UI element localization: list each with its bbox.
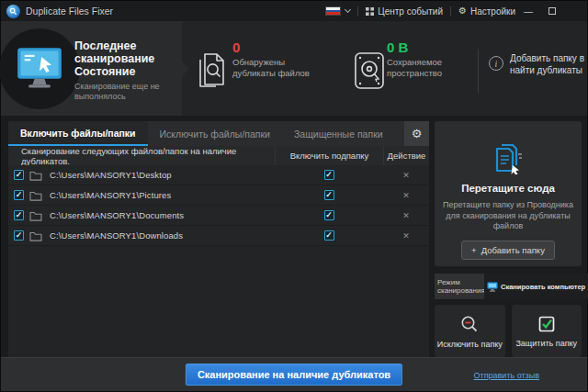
titlebar: Duplicate Files Fixer Центр событий ⚙ На… bbox=[1, 1, 587, 21]
folder-icon bbox=[29, 210, 42, 221]
folder-path: C:\Users\MANSORY1\Documents bbox=[50, 210, 275, 220]
tab-protected-folders[interactable]: Защищенные папки bbox=[282, 121, 395, 146]
remove-folder-button[interactable]: ✕ bbox=[402, 231, 410, 241]
tab-bar: Включить файлы/папки Исключить файлы/пап… bbox=[8, 121, 429, 146]
table-row: ✓ C:\Users\MANSORY1\Pictures ✓ ✕ bbox=[8, 185, 429, 206]
computer-icon bbox=[487, 282, 498, 292]
events-grid-icon bbox=[366, 7, 374, 16]
remove-folder-button[interactable]: ✕ bbox=[402, 171, 410, 180]
include-folder-checkbox[interactable]: ✓ bbox=[14, 190, 24, 200]
main-area: Включить файлы/папки Исключить файлы/пап… bbox=[1, 118, 587, 359]
saved-space-value: 0 В bbox=[387, 39, 471, 55]
add-folder-hint: i Добавить папку в найти дубликаты bbox=[489, 52, 588, 76]
language-flag-icon[interactable] bbox=[325, 6, 341, 16]
header-divider bbox=[478, 49, 479, 93]
app-title: Duplicate Files Fixer bbox=[26, 6, 113, 17]
drag-drop-zone[interactable]: Перетащите сюда Перетащите папку из Пров… bbox=[435, 121, 582, 266]
add-folder-hint-label: Добавить папку в найти дубликаты bbox=[510, 52, 588, 76]
exclude-folder-icon bbox=[459, 314, 480, 334]
settings-gear-icon: ⚙ bbox=[458, 6, 467, 16]
last-scan-text: Последнее сканирование Состояние Сканиро… bbox=[74, 39, 177, 102]
plus-icon: + bbox=[471, 245, 477, 255]
folder-table-body: ✓ C:\Users\MANSORY1\Desktop ✓ ✕ ✓ C:\Use… bbox=[8, 165, 429, 357]
titlebar-divider bbox=[357, 6, 358, 17]
duplicates-stat: 0 Обнаружены дубликаты файлов bbox=[232, 39, 317, 78]
include-folder-checkbox[interactable]: ✓ bbox=[14, 170, 24, 180]
scan-mode-label: Режим сканирования bbox=[435, 274, 484, 299]
add-folder-button-label: Добавить папку bbox=[481, 245, 545, 255]
scan-now-button[interactable]: Сканирование на наличие дубликатов bbox=[186, 364, 402, 386]
maximize-button[interactable] bbox=[541, 1, 563, 21]
language-chevron-icon[interactable] bbox=[345, 6, 351, 13]
saved-space-stat: 0 В Сохраняемое пространство bbox=[387, 39, 471, 78]
remove-folder-button[interactable]: ✕ bbox=[402, 191, 410, 200]
folder-path: C:\Users\MANSORY1\Downloads bbox=[50, 230, 275, 241]
exclude-folder-label: Исключить папку bbox=[437, 340, 503, 349]
duplicate-docs-icon bbox=[196, 50, 231, 91]
folders-panel: Включить файлы/папки Исключить файлы/пап… bbox=[8, 121, 429, 357]
table-header: Сканирование следующих файлов/папок на н… bbox=[8, 146, 429, 165]
settings-button[interactable]: ⚙ Настройки bbox=[458, 6, 515, 17]
column-scan-paths: Сканирование следующих файлов/папок на н… bbox=[8, 146, 275, 165]
close-button[interactable] bbox=[565, 1, 587, 21]
add-folder-button[interactable]: + Добавить папку bbox=[461, 241, 555, 260]
app-logo-icon bbox=[6, 5, 20, 18]
event-center-label: Центр событий bbox=[378, 6, 443, 17]
info-icon: i bbox=[489, 56, 503, 71]
column-action: Действие bbox=[383, 146, 429, 165]
event-center-button[interactable]: Центр событий bbox=[366, 6, 443, 17]
duplicates-value: 0 bbox=[232, 39, 317, 55]
last-scan-panel: Последнее сканирование Состояние Сканиро… bbox=[1, 21, 182, 116]
footer-bar: Сканирование на наличие дубликатов Отпра… bbox=[1, 357, 587, 391]
exclude-folder-button[interactable]: Исключить папку bbox=[435, 305, 505, 357]
scan-mode-row: Режим сканирования Сканировать компьютер… bbox=[435, 274, 582, 299]
scan-mode-value: Сканировать компьютер bbox=[501, 283, 585, 291]
app-window: Duplicate Files Fixer Центр событий ⚙ На… bbox=[0, 0, 588, 392]
folder-path: C:\Users\MANSORY1\Desktop bbox=[50, 170, 275, 180]
last-scan-title: Последнее сканирование Состояние bbox=[74, 39, 177, 78]
gear-icon: ⚙ bbox=[412, 127, 423, 140]
remove-folder-button[interactable]: ✕ bbox=[402, 211, 410, 220]
folder-icon bbox=[29, 190, 42, 201]
protect-folder-icon bbox=[537, 315, 556, 333]
check-icon: ✓ bbox=[325, 171, 333, 179]
check-icon: ✓ bbox=[16, 231, 23, 240]
computer-monitor-icon bbox=[16, 47, 63, 91]
drag-drop-icon bbox=[491, 140, 526, 174]
protect-folder-button[interactable]: Защитить папку bbox=[512, 305, 582, 357]
scan-mode-select[interactable]: Сканировать компьютер ✓ bbox=[484, 274, 588, 299]
table-row: ✓ C:\Users\MANSORY1\Desktop ✓ ✕ bbox=[8, 165, 429, 185]
include-folder-checkbox[interactable]: ✓ bbox=[14, 210, 24, 220]
include-folder-checkbox[interactable]: ✓ bbox=[14, 230, 24, 241]
folder-path: C:\Users\MANSORY1\Pictures bbox=[50, 190, 275, 200]
include-subfolder-checkbox[interactable]: ✓ bbox=[324, 230, 334, 241]
check-icon: ✓ bbox=[16, 191, 23, 199]
titlebar-divider bbox=[450, 6, 451, 17]
check-icon: ✓ bbox=[16, 211, 23, 219]
duplicates-label: Обнаружены дубликаты файлов bbox=[232, 57, 317, 78]
minimize-button[interactable]: — bbox=[517, 1, 539, 21]
folder-icon bbox=[29, 230, 42, 241]
check-icon: ✓ bbox=[325, 231, 333, 240]
saved-space-disk-icon bbox=[352, 50, 387, 91]
folder-icon bbox=[29, 170, 42, 181]
tab-exclude-folders[interactable]: Исключить файлы/папки bbox=[148, 121, 282, 146]
last-scan-circle bbox=[0, 28, 80, 109]
scan-settings-button[interactable]: ⚙ bbox=[404, 121, 429, 146]
dropzone-title: Перетащите сюда bbox=[461, 183, 555, 194]
tab-include-folders[interactable]: Включить файлы/папки bbox=[8, 121, 148, 146]
include-subfolder-checkbox[interactable]: ✓ bbox=[324, 210, 334, 220]
saved-space-label: Сохраняемое пространство bbox=[387, 57, 471, 78]
check-icon: ✓ bbox=[325, 211, 333, 219]
table-row: ✓ C:\Users\MANSORY1\Downloads ✓ ✕ bbox=[8, 226, 429, 246]
send-feedback-link[interactable]: Отправить отзыв bbox=[474, 371, 539, 380]
include-subfolder-checkbox[interactable]: ✓ bbox=[324, 190, 334, 200]
dropzone-description: Перетащите папку из Проводника для скани… bbox=[441, 200, 575, 232]
column-include-subfolder: Включить подпапку bbox=[275, 146, 383, 165]
include-subfolder-checkbox[interactable]: ✓ bbox=[324, 170, 334, 180]
summary-header: Последнее сканирование Состояние Сканиро… bbox=[1, 21, 587, 118]
last-scan-subtitle: Сканирование еще не выполнялось bbox=[74, 82, 174, 102]
check-icon: ✓ bbox=[16, 171, 23, 179]
protect-folder-label: Защитить папку bbox=[515, 339, 577, 348]
table-row: ✓ C:\Users\MANSORY1\Documents ✓ ✕ bbox=[8, 206, 429, 226]
